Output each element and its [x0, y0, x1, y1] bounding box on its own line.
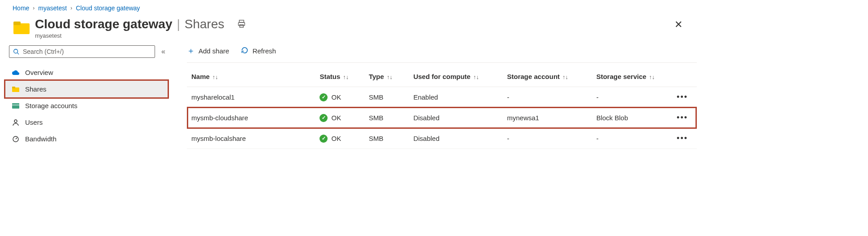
cell-name: mysmb-cloudshare — [187, 108, 315, 128]
toolbar: ＋ Add share Refresh — [187, 45, 697, 63]
cell-service: Block Blob — [592, 108, 672, 128]
cell-status: ✓OK — [315, 128, 364, 149]
table-row[interactable]: mysmb-cloudshare✓OKSMBDisabledmynewsa1Bl… — [187, 108, 697, 128]
sort-icon: ↑↓ — [562, 74, 568, 80]
column-header-account[interactable]: Storage account↑↓ — [503, 67, 592, 87]
page-title: Cloud storage gateway | Shares — [35, 17, 246, 31]
cell-status: ✓OK — [315, 87, 364, 108]
sidebar-item-label: Bandwidth — [25, 135, 56, 143]
cell-type: SMB — [364, 128, 409, 149]
ok-icon: ✓ — [320, 93, 328, 101]
plus-icon: ＋ — [187, 45, 195, 56]
breadcrumb-service[interactable]: Cloud storage gateway — [76, 4, 140, 12]
cell-compute: Disabled — [409, 128, 502, 149]
cell-compute: Enabled — [409, 87, 502, 108]
ok-icon: ✓ — [320, 114, 328, 122]
title-section: Shares — [185, 17, 225, 31]
chevron-right-icon: › — [33, 5, 35, 11]
breadcrumb-home[interactable]: Home — [13, 4, 29, 12]
title-text: Cloud storage gateway — [35, 17, 173, 31]
storage-icon — [12, 103, 20, 109]
svg-line-13 — [16, 138, 17, 139]
cell-name: mysharelocal1 — [187, 87, 315, 108]
breadcrumb-resource[interactable]: myasetest — [38, 4, 67, 12]
column-header-service[interactable]: Storage service↑↓ — [592, 67, 672, 87]
svg-rect-9 — [12, 103, 19, 109]
print-icon[interactable] — [237, 17, 246, 31]
search-input[interactable]: Search (Ctrl+/) — [9, 45, 155, 58]
svg-rect-2 — [239, 20, 244, 22]
ok-icon: ✓ — [320, 135, 328, 143]
user-icon — [12, 119, 20, 126]
column-header-type[interactable]: Type↑↓ — [364, 67, 409, 87]
table-row[interactable]: mysmb-localshare✓OKSMBDisabled--••• — [187, 128, 697, 149]
cell-name: mysmb-localshare — [187, 128, 315, 149]
refresh-button[interactable]: Refresh — [241, 46, 276, 56]
sidebar-item-storage-accounts[interactable]: Storage accounts — [5, 97, 169, 114]
chevron-right-icon: › — [70, 5, 72, 11]
svg-point-5 — [14, 49, 18, 53]
column-header-name[interactable]: Name↑↓ — [187, 67, 315, 87]
sidebar-item-overview[interactable]: Overview — [5, 64, 169, 81]
column-header-actions — [672, 67, 697, 87]
more-actions-button[interactable]: ••• — [672, 128, 697, 149]
sort-icon: ↑↓ — [343, 74, 349, 80]
refresh-label: Refresh — [252, 47, 276, 55]
main-content: ＋ Add share Refresh Name↑↓ Status↑↓ Type… — [169, 39, 697, 149]
title-divider: | — [177, 17, 180, 31]
cloud-icon — [12, 70, 20, 76]
status-text: OK — [331, 93, 341, 101]
cell-account: - — [503, 87, 592, 108]
breadcrumb: Home › myasetest › Cloud storage gateway — [0, 0, 697, 14]
table-row[interactable]: mysharelocal1✓OKSMBEnabled--••• — [187, 87, 697, 108]
sidebar-item-label: Overview — [25, 69, 53, 76]
svg-rect-3 — [238, 22, 245, 26]
collapse-icon[interactable]: « — [161, 48, 165, 56]
column-header-compute[interactable]: Used for compute↑↓ — [409, 67, 502, 87]
cell-status: ✓OK — [315, 108, 364, 128]
sidebar-item-users[interactable]: Users — [5, 114, 169, 131]
sidebar-item-label: Shares — [25, 85, 47, 93]
cell-type: SMB — [364, 87, 409, 108]
cell-type: SMB — [364, 108, 409, 128]
subtitle: myasetest — [35, 32, 246, 39]
cell-account: mynewsa1 — [503, 108, 592, 128]
svg-rect-10 — [12, 105, 19, 105]
sidebar-item-shares[interactable]: Shares — [5, 81, 168, 97]
svg-rect-4 — [240, 25, 243, 27]
highlight-shares: Shares — [4, 79, 169, 99]
sort-icon: ↑↓ — [387, 74, 393, 80]
cell-service: - — [592, 128, 672, 149]
column-header-status[interactable]: Status↑↓ — [315, 67, 364, 87]
sort-icon: ↑↓ — [649, 74, 655, 80]
sort-icon: ↑↓ — [473, 74, 479, 80]
add-share-button[interactable]: ＋ Add share — [187, 45, 229, 56]
sidebar-item-label: Users — [25, 118, 43, 126]
gauge-icon — [12, 135, 20, 143]
refresh-icon — [241, 46, 249, 56]
status-text: OK — [331, 135, 341, 142]
folder-icon — [13, 19, 30, 37]
search-icon — [13, 48, 19, 55]
sidebar: Search (Ctrl+/) « Overview Shares Storag… — [5, 39, 169, 149]
cell-service: - — [592, 87, 672, 108]
sidebar-item-bandwidth[interactable]: Bandwidth — [5, 131, 169, 147]
add-share-label: Add share — [199, 47, 229, 55]
search-placeholder: Search (Ctrl+/) — [23, 48, 64, 55]
status-text: OK — [331, 114, 341, 122]
sidebar-item-label: Storage accounts — [25, 102, 78, 109]
svg-line-6 — [17, 53, 19, 55]
cell-compute: Disabled — [409, 108, 502, 128]
svg-rect-8 — [12, 87, 15, 88]
svg-rect-1 — [13, 22, 21, 25]
folder-small-icon — [12, 86, 20, 92]
sort-icon: ↑↓ — [212, 74, 218, 80]
more-actions-button[interactable]: ••• — [672, 87, 697, 108]
more-actions-button[interactable]: ••• — [672, 108, 697, 128]
cell-account: - — [503, 128, 592, 149]
svg-point-11 — [14, 120, 17, 122]
close-icon[interactable]: ✕ — [673, 17, 684, 32]
shares-table: Name↑↓ Status↑↓ Type↑↓ Used for compute↑… — [187, 67, 697, 149]
